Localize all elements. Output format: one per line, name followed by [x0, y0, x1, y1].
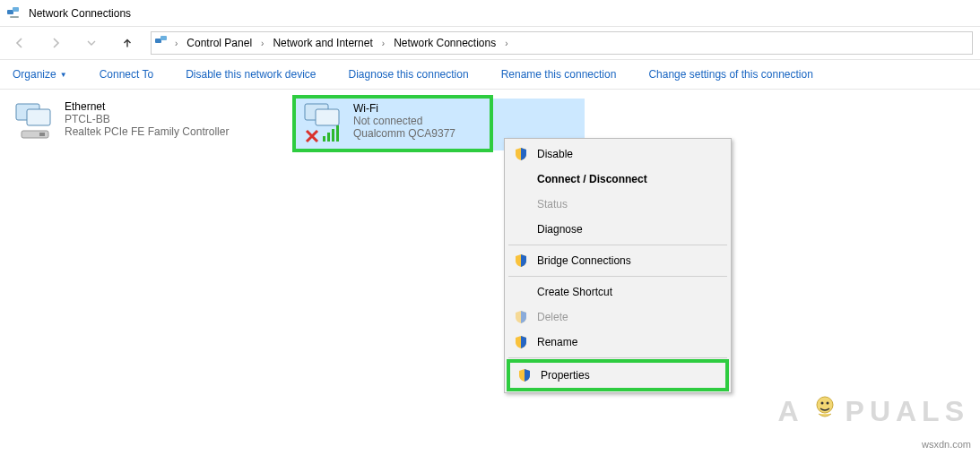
shield-icon — [514, 310, 528, 324]
menu-shortcut-label: Create Shortcut — [537, 286, 612, 298]
menu-connect-label: Connect / Disconnect — [537, 173, 647, 185]
svg-rect-12 — [327, 133, 330, 142]
recent-dropdown[interactable] — [79, 30, 104, 56]
adapter-ethernet[interactable]: Ethernet PTCL-BB Realtek PCIe FE Family … — [9, 97, 278, 147]
shield-icon — [514, 147, 528, 161]
menu-delete: Delete — [507, 305, 729, 330]
svg-rect-11 — [323, 136, 325, 142]
menu-separator — [508, 357, 727, 358]
watermark: A PUALS — [777, 392, 969, 430]
credit-text: wsxdn.com — [922, 439, 971, 450]
menu-properties[interactable]: Properties — [510, 363, 725, 388]
chevron-right-icon: › — [382, 39, 385, 48]
forward-button[interactable] — [43, 30, 68, 56]
navigation-bar: › Control Panel › Network and Internet ›… — [0, 27, 980, 59]
window-titlebar: Network Connections — [0, 0, 980, 27]
svg-rect-1 — [13, 7, 19, 12]
menu-status: Status — [507, 192, 729, 217]
organize-button[interactable]: Organize ▼ — [13, 68, 67, 81]
address-bar[interactable]: › Control Panel › Network and Internet ›… — [151, 31, 973, 55]
shield-icon — [517, 368, 532, 382]
svg-rect-8 — [39, 133, 45, 136]
chevron-right-icon: › — [175, 39, 178, 48]
breadcrumb-network-internet[interactable]: Network and Internet — [269, 37, 376, 49]
menu-create-shortcut[interactable]: Create Shortcut — [507, 279, 729, 305]
chevron-down-icon: ▼ — [60, 71, 67, 79]
properties-highlight: Properties — [507, 359, 729, 391]
menu-diagnose-label: Diagnose — [537, 223, 583, 236]
svg-rect-13 — [332, 129, 334, 142]
adapter-name: Ethernet — [65, 100, 229, 113]
shield-icon — [514, 335, 528, 349]
adapter-status: Not connected — [353, 115, 455, 127]
adapter-wifi-wrapper: Wi-Fi Not connected Qualcomm QCA9377 — [292, 95, 493, 152]
svg-rect-6 — [27, 109, 50, 125]
adapter-name: Wi-Fi — [353, 102, 455, 115]
up-button[interactable] — [115, 30, 140, 56]
svg-point-17 — [826, 402, 828, 405]
adapter-device: Realtek PCIe FE Family Controller — [65, 125, 229, 138]
menu-bridge-connections[interactable]: Bridge Connections — [507, 248, 729, 273]
change-settings-button[interactable]: Change settings of this connection — [648, 68, 812, 81]
breadcrumb-control-panel[interactable]: Control Panel — [183, 37, 256, 49]
menu-separator — [508, 245, 727, 245]
svg-rect-3 — [155, 39, 161, 43]
menu-delete-label: Delete — [537, 311, 568, 323]
menu-properties-label: Properties — [541, 369, 590, 382]
chevron-right-icon: › — [261, 39, 264, 48]
adapter-text: Wi-Fi Not connected Qualcomm QCA9377 — [353, 102, 455, 140]
menu-disable-label: Disable — [537, 148, 573, 160]
diagnose-connection-button[interactable]: Diagnose this connection — [349, 68, 469, 81]
menu-status-label: Status — [537, 198, 568, 210]
shield-icon — [514, 253, 528, 268]
mascot-icon — [810, 392, 840, 430]
ethernet-adapter-icon — [13, 100, 57, 143]
menu-diagnose[interactable]: Diagnose — [507, 217, 729, 242]
back-button[interactable] — [7, 30, 32, 56]
svg-rect-4 — [160, 36, 167, 40]
svg-rect-2 — [10, 16, 19, 18]
svg-rect-0 — [7, 10, 13, 14]
wifi-adapter-icon — [301, 102, 346, 145]
menu-rename-label: Rename — [537, 336, 577, 348]
menu-separator — [508, 276, 727, 277]
command-toolbar: Organize ▼ Connect To Disable this netwo… — [0, 59, 980, 90]
svg-rect-10 — [316, 109, 339, 125]
menu-disable[interactable]: Disable — [507, 142, 729, 167]
svg-rect-14 — [336, 125, 339, 142]
adapter-network: PTCL-BB — [65, 113, 229, 125]
svg-point-16 — [820, 402, 823, 405]
network-connections-icon — [7, 6, 22, 21]
adapter-device: Qualcomm QCA9377 — [353, 127, 455, 140]
adapter-wifi[interactable]: Wi-Fi Not connected Qualcomm QCA9377 — [292, 95, 493, 152]
context-menu: Disable Connect / Disconnect Status Diag… — [504, 138, 732, 393]
watermark-rest: PUALS — [846, 395, 969, 428]
window-title: Network Connections — [29, 7, 131, 20]
connect-to-button[interactable]: Connect To — [100, 68, 154, 81]
breadcrumb-network-connections[interactable]: Network Connections — [390, 37, 499, 49]
address-icon — [155, 35, 169, 52]
adapter-text: Ethernet PTCL-BB Realtek PCIe FE Family … — [65, 100, 229, 138]
watermark-a: A — [777, 395, 803, 428]
menu-connect-disconnect[interactable]: Connect / Disconnect — [507, 167, 729, 192]
chevron-right-icon: › — [505, 39, 507, 48]
menu-bridge-label: Bridge Connections — [537, 254, 631, 267]
menu-rename[interactable]: Rename — [507, 330, 729, 355]
rename-connection-button[interactable]: Rename this connection — [501, 68, 617, 81]
disable-device-button[interactable]: Disable this network device — [186, 68, 316, 81]
organize-label: Organize — [13, 68, 56, 81]
